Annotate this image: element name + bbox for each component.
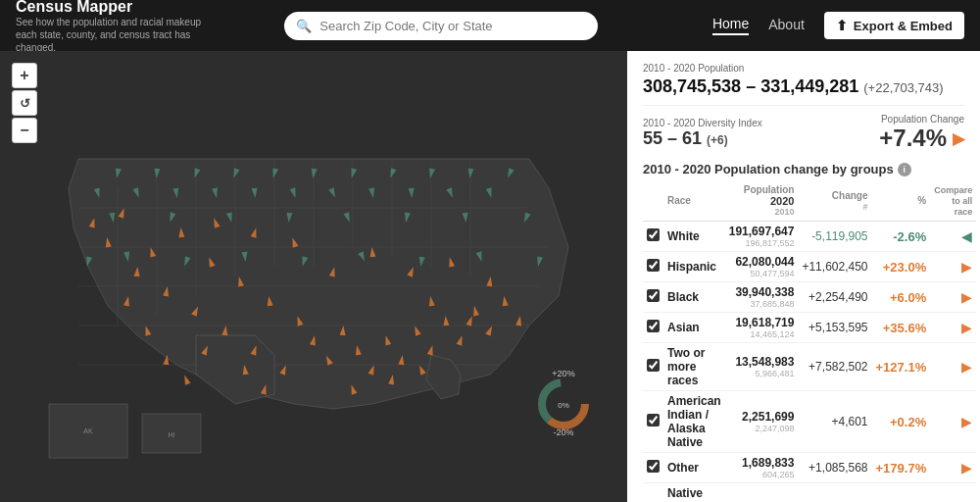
search-input[interactable]: [284, 12, 598, 40]
diversity-index: 2010 - 2020 Diversity Index 55 – 61 (+6): [643, 118, 762, 149]
map-controls: + ↺ −: [12, 63, 37, 143]
race-name-cell: American Indian / Alaska Native: [663, 391, 725, 453]
pop-2010: 2,247,098: [729, 424, 795, 433]
th-population: Population 2020 2010: [725, 182, 799, 222]
population-change-pct: Population Change +7.4% ▶: [879, 114, 964, 152]
svg-text:0%: 0%: [558, 401, 569, 410]
race-name: Black: [667, 290, 699, 304]
diversity-label: 2010 - 2020 Diversity Index: [643, 118, 762, 128]
table-row: Black 39,940,338 37,685,848 +2,254,490 +…: [643, 282, 976, 313]
race-name: Native Hawaiian / Pacific Islander: [667, 486, 718, 502]
race-name: Hispanic: [667, 260, 716, 274]
compare-cell: ▶: [930, 282, 976, 313]
stats-top: 2010 - 2020 Population 308,745,538 – 331…: [643, 63, 964, 152]
race-name: White: [667, 229, 700, 243]
nav-about[interactable]: About: [768, 17, 805, 34]
pop-2010: 196,817,552: [729, 238, 795, 248]
race-name-cell: Hispanic: [663, 252, 725, 282]
race-checkbox-american-indian[interactable]: [647, 414, 660, 427]
search-box: 🔍: [284, 12, 598, 40]
race-name-cell: White: [663, 222, 725, 252]
population-cell: 622,018 481,576: [725, 483, 799, 503]
change-num-cell: +140,442: [798, 483, 871, 503]
compare-arrow-icon: ◀: [961, 228, 972, 244]
table-row: Hispanic 62,080,044 50,477,594 +11,602,4…: [643, 252, 976, 282]
population-cell: 39,940,338 37,685,848: [725, 282, 799, 313]
table-row: Two or more races 13,548,983 5,966,481 +…: [643, 343, 976, 391]
checkbox-cell: [643, 222, 663, 252]
main-content: + ↺ −: [0, 51, 980, 502]
checkbox-cell: [643, 313, 663, 343]
pop-change-label: Population Change: [879, 114, 964, 125]
export-button[interactable]: ⬆ Export & Embed: [824, 12, 964, 39]
race-checkbox-hispanic[interactable]: [647, 259, 660, 272]
compare-arrow-icon: ▶: [961, 359, 972, 375]
pop-2020: 19,618,719: [729, 316, 795, 329]
compare-arrow-icon: ▶: [961, 414, 972, 429]
table-row: White 191,697,647 196,817,552 -5,119,905…: [643, 222, 976, 252]
diversity-row: 2010 - 2020 Diversity Index 55 – 61 (+6)…: [643, 105, 964, 152]
compare-arrow-icon: ▶: [961, 320, 972, 335]
svg-text:AK: AK: [83, 427, 93, 434]
us-map-svg: AK HI +20% 0% -20%: [0, 51, 627, 502]
reset-button[interactable]: ↺: [12, 90, 37, 116]
checkbox-cell: [643, 252, 663, 282]
population-cell: 1,689,833 604,265: [725, 453, 799, 483]
map-area: + ↺ −: [0, 51, 627, 502]
upload-icon: ⬆: [836, 18, 848, 33]
change-pct-cell: -2.6%: [872, 222, 931, 252]
checkbox-cell: [643, 483, 663, 503]
change-num-cell: +1,085,568: [798, 453, 871, 483]
th-compare: Compare to all race: [930, 182, 976, 222]
race-checkbox-black[interactable]: [647, 289, 660, 302]
pop-2010: 14,465,124: [729, 329, 795, 339]
compare-cell: ◀: [930, 222, 976, 252]
pop-2010: 604,265: [729, 470, 795, 479]
checkbox-cell: [643, 453, 663, 483]
table-title: 2010 - 2020 Population change by groups …: [643, 162, 964, 176]
checkbox-cell: [643, 391, 663, 453]
svg-text:HI: HI: [169, 431, 175, 438]
change-pct-cell: +29.2%: [872, 483, 931, 503]
pop-2010: 37,685,848: [729, 299, 795, 309]
table-row: American Indian / Alaska Native 2,251,69…: [643, 391, 976, 453]
race-checkbox-asian[interactable]: [647, 320, 660, 332]
race-table: Race Population 2020 2010 Change # % Co: [643, 182, 976, 502]
checkbox-cell: [643, 282, 663, 313]
population-cell: 2,251,699 2,247,098: [725, 391, 799, 453]
compare-cell: ▶: [930, 453, 976, 483]
nav: Home About ⬆ Export & Embed: [712, 12, 964, 39]
race-checkbox-other[interactable]: [647, 460, 660, 473]
table-row: Native Hawaiian / Pacific Islander 622,0…: [643, 483, 976, 503]
nav-home[interactable]: Home: [712, 16, 749, 35]
change-arrow-icon: ▶: [953, 129, 964, 148]
change-pct-cell: +35.6%: [872, 313, 931, 343]
population-range: 308,745,538 – 331,449,281 (+22,703,743): [643, 76, 964, 97]
population-cell: 191,697,647 196,817,552: [725, 222, 799, 252]
header: Census Mapper See how the population and…: [0, 0, 980, 51]
race-name-cell: Other: [663, 453, 725, 483]
zoom-in-button[interactable]: +: [12, 63, 37, 88]
change-pct-cell: +6.0%: [872, 282, 931, 313]
pop-2020: 13,548,983: [729, 355, 795, 369]
race-name: Asian: [667, 321, 700, 334]
compare-cell: ▶: [930, 343, 976, 391]
compare-arrow-icon: ▶: [961, 259, 972, 275]
info-icon[interactable]: i: [898, 163, 911, 176]
race-name: Two or more races: [667, 346, 705, 387]
compare-arrow-icon: ▶: [961, 289, 972, 305]
race-checkbox-white[interactable]: [647, 228, 660, 241]
th-change-pct: %: [872, 182, 931, 222]
search-icon: 🔍: [296, 19, 312, 33]
zoom-out-button[interactable]: −: [12, 118, 37, 143]
th-change: Change #: [798, 182, 871, 222]
right-panel: 2010 - 2020 Population 308,745,538 – 331…: [627, 51, 980, 502]
compare-cell: ▶: [930, 483, 976, 503]
race-checkbox-two-or-more[interactable]: [647, 359, 660, 372]
change-num-cell: -5,119,905: [798, 222, 871, 252]
compare-cell: ▶: [930, 313, 976, 343]
pop-2020: 1,689,833: [729, 456, 795, 470]
pop-2020: 191,697,647: [729, 225, 795, 238]
race-name: Other: [667, 461, 699, 475]
race-name-cell: Two or more races: [663, 343, 725, 391]
